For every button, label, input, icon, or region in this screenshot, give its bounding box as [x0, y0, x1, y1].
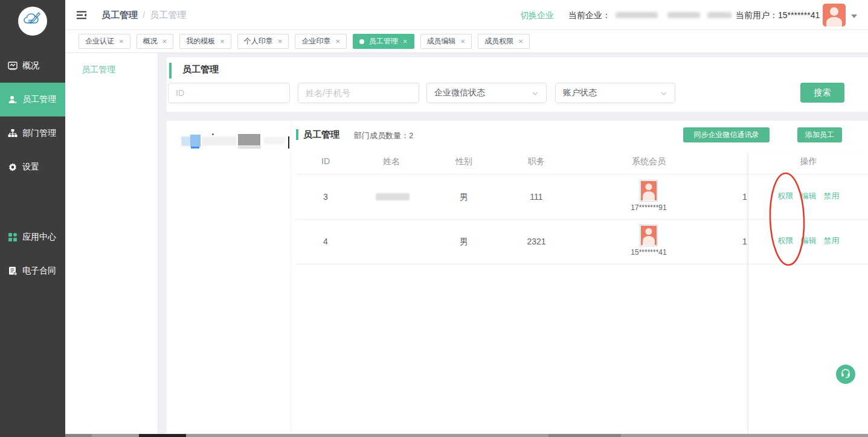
row2-permission-link[interactable]: 权限 — [778, 235, 794, 246]
tab-my-templates[interactable]: 我的模板× — [179, 34, 231, 49]
member-count-value: 2 — [409, 131, 413, 140]
select-placeholder: 企业微信状态 — [434, 88, 485, 98]
sidebar-item-overview[interactable]: 概况 — [0, 49, 65, 83]
col-header-id: ID — [307, 152, 344, 171]
collapse-menu-icon[interactable] — [76, 10, 87, 21]
row2-disable-link[interactable]: 禁用 — [824, 235, 840, 246]
breadcrumb-level1[interactable]: 员工管理 — [101, 10, 138, 20]
tab-employee-management-active[interactable]: 员工管理× — [353, 34, 414, 49]
open-tabs-bar: 企业认证× 概况× 我的模板× 个人印章× 企业印章× 员工管理× 成员编辑× … — [65, 30, 868, 53]
row2-duty: 2321 — [512, 237, 561, 246]
sidebar-item-settings[interactable]: 设置 — [0, 150, 65, 184]
member-count-label: 部门成员数量： — [354, 131, 409, 140]
tab-member-edit[interactable]: 成员编辑× — [420, 34, 472, 49]
row1-disable-link[interactable]: 禁用 — [824, 191, 840, 202]
close-icon[interactable]: × — [403, 37, 408, 45]
tree-node-underline — [191, 147, 199, 148]
scrollbar-track-segment — [548, 434, 621, 437]
tab-member-permissions[interactable]: 成员权限× — [478, 34, 530, 49]
search-button[interactable]: 搜索 — [800, 83, 844, 103]
tab-label: 企业印章 — [301, 36, 330, 46]
table-divider — [748, 174, 868, 174]
close-icon[interactable]: × — [461, 37, 466, 45]
table-divider — [748, 264, 868, 264]
tab-enterprise-auth[interactable]: 企业认证× — [79, 34, 130, 49]
scrollbar-thumb[interactable] — [139, 434, 186, 437]
row1-member-avatar — [640, 180, 658, 202]
section-accent-bar — [296, 129, 298, 140]
close-icon[interactable]: × — [278, 37, 283, 45]
filter-section-title: 员工管理 — [182, 64, 219, 75]
tree-badge-redacted — [238, 134, 260, 145]
active-tab-dot-icon — [359, 39, 364, 44]
sidebar-item-departments[interactable]: 部门管理 — [0, 116, 65, 150]
subsidebar-item-employee-management[interactable]: 员工管理 — [65, 58, 158, 82]
department-tree-panel[interactable] — [167, 121, 291, 433]
col-header-actions: 操作 — [748, 152, 868, 171]
breadcrumb-separator: / — [143, 10, 145, 20]
row1-clipped-value: 1 — [742, 192, 747, 202]
user-avatar[interactable] — [823, 4, 846, 27]
horizontal-scrollbar[interactable] — [65, 434, 868, 437]
close-icon[interactable]: × — [220, 37, 225, 45]
select-placeholder: 账户状态 — [563, 88, 597, 98]
sidebar-item-employees[interactable]: 员工管理 — [0, 83, 65, 116]
chevron-down-icon — [660, 89, 667, 97]
overview-chart-icon — [7, 60, 18, 71]
person-icon — [823, 4, 846, 27]
tab-label: 成员编辑 — [427, 36, 456, 46]
row2-member-phone: 15*******41 — [612, 248, 685, 257]
app-logo — [18, 7, 47, 36]
tab-overview[interactable]: 概况× — [137, 34, 174, 49]
close-icon[interactable]: × — [119, 37, 124, 45]
tab-label: 成员权限 — [484, 36, 513, 46]
add-employee-button[interactable]: 添加员工 — [797, 127, 842, 142]
top-header: 员工管理/员工管理 切换企业 当前企业： 当前用户：15*******41 — [65, 0, 868, 30]
scrollbar-track-segment — [65, 434, 92, 437]
sidebar-item-label: 设置 — [22, 162, 39, 173]
tab-enterprise-seal[interactable]: 企业印章× — [295, 34, 347, 49]
user-menu-caret-icon[interactable] — [851, 14, 857, 18]
row2-actions: 权限 编辑 禁用 — [748, 235, 868, 246]
tree-text-redacted — [202, 136, 237, 145]
close-icon[interactable]: × — [518, 37, 523, 45]
sidebar-item-label: 应用中心 — [22, 232, 56, 243]
tree-text-redacted — [263, 137, 285, 144]
employee-table-panel: 员工管理 部门成员数量：2 同步企业微信通讯录 添加员工 ID 姓名 性别 职务… — [167, 121, 868, 433]
tab-label: 企业认证 — [85, 36, 114, 46]
sidebar-item-app-center[interactable]: 应用中心 — [0, 220, 65, 254]
row1-id: 3 — [307, 192, 344, 202]
sidebar-item-label: 员工管理 — [22, 94, 56, 105]
name-phone-input[interactable] — [298, 83, 419, 103]
col-header-duty: 职务 — [512, 152, 561, 171]
sidebar-item-label: 概况 — [22, 60, 39, 71]
secondary-sidebar: 员工管理 — [65, 53, 158, 433]
row1-edit-link[interactable]: 编辑 — [801, 191, 817, 202]
customer-service-button[interactable] — [836, 365, 855, 384]
row2-edit-link[interactable]: 编辑 — [801, 235, 817, 246]
tab-label: 员工管理 — [369, 36, 398, 46]
person-icon — [641, 181, 657, 200]
sidebar-item-label: 部门管理 — [22, 128, 56, 139]
row1-actions: 权限 编辑 禁用 — [748, 191, 868, 202]
panel-divider — [291, 121, 291, 433]
tab-label: 我的模板 — [186, 36, 215, 46]
id-input[interactable] — [168, 83, 290, 103]
tab-personal-seal[interactable]: 个人印章× — [237, 34, 289, 49]
row1-permission-link[interactable]: 权限 — [778, 191, 794, 202]
wechat-status-select[interactable]: 企业微信状态 — [426, 83, 547, 103]
sync-wechat-contacts-button[interactable]: 同步企业微信通讯录 — [683, 127, 770, 142]
sidebar-item-e-contract[interactable]: 电子合同 — [0, 254, 65, 288]
close-icon[interactable]: × — [162, 37, 167, 45]
current-user-label: 当前用户： — [736, 10, 778, 20]
tab-label: 个人印章 — [244, 36, 273, 46]
current-user-text: 当前用户：15*******41 — [736, 10, 820, 21]
row1-member-phone: 17*******91 — [612, 203, 685, 212]
section-accent-bar — [169, 63, 172, 78]
member-count-text: 部门成员数量：2 — [354, 130, 413, 141]
account-status-select[interactable]: 账户状态 — [555, 83, 675, 103]
close-icon[interactable]: × — [335, 37, 340, 45]
row1-name-redacted — [376, 193, 410, 200]
departments-icon — [7, 128, 18, 139]
switch-enterprise-link[interactable]: 切换企业 — [520, 10, 554, 21]
